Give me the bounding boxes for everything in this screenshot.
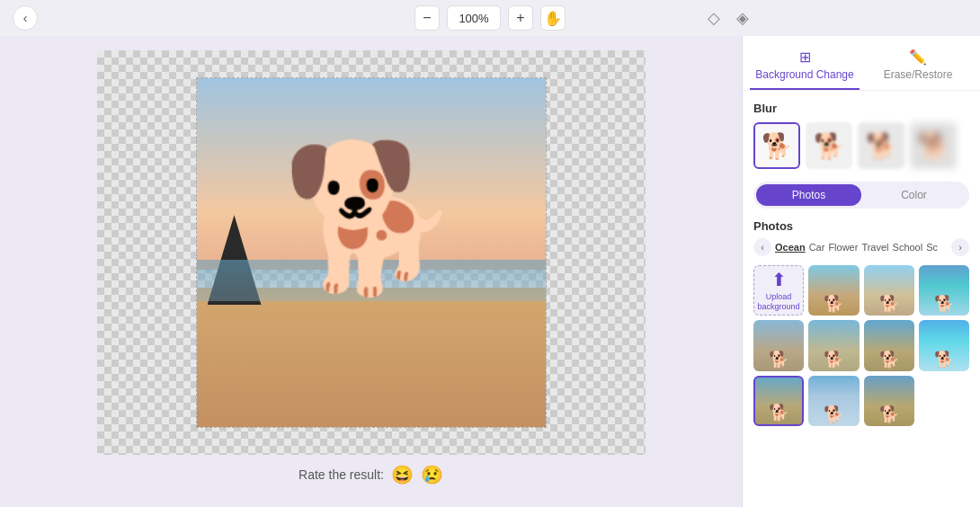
panel-tabs: ⊞ Background Change ✏️ Erase/Restore xyxy=(743,36,980,91)
dog-thumb-9: 🐕 xyxy=(824,405,843,424)
blur-row: 🐕 🐕 🐕 🐕 xyxy=(753,122,969,169)
hand-tool-button[interactable]: ✋ xyxy=(540,5,566,31)
blur-thumb-1[interactable]: 🐕 xyxy=(806,122,852,169)
main-area: 🐕 Rate the result: 😆 😢 ⊞ Background Chan… xyxy=(0,36,980,507)
cat-travel[interactable]: Travel xyxy=(861,240,888,254)
cat-next-button[interactable]: › xyxy=(951,238,969,256)
dog-thumb-7: 🐕 xyxy=(934,350,954,369)
photo-grid: ⬆ Upload background 🐕 🐕 🐕 🐕 xyxy=(753,265,969,426)
blur-dog-2: 🐕 xyxy=(860,124,903,167)
dog-thumb-3: 🐕 xyxy=(934,294,954,314)
undo-button[interactable]: ◇ xyxy=(701,5,726,31)
photo-thumb-2[interactable]: 🐕 xyxy=(864,265,914,316)
blur-thumb-0[interactable]: 🐕 xyxy=(753,122,800,169)
photo-thumb-4[interactable]: 🐕 xyxy=(753,320,804,370)
blur-dog-0: 🐕 xyxy=(755,124,798,167)
sad-emoji[interactable]: 😢 xyxy=(421,464,443,485)
panel-content: Blur 🐕 🐕 🐕 🐕 Photos Color xyxy=(743,91,980,507)
blur-thumb-2[interactable]: 🐕 xyxy=(858,122,904,169)
blur-dog-3: 🐕 xyxy=(912,124,955,167)
dog-thumb-1: 🐕 xyxy=(824,294,843,314)
redo-button[interactable]: ◈ xyxy=(730,5,755,31)
dog-thumb-2: 🐕 xyxy=(879,294,899,314)
photo-thumb-8[interactable]: 🐕 xyxy=(753,376,804,426)
dog-thumb-10: 🐕 xyxy=(879,405,899,424)
photo-thumb-9[interactable]: 🐕 xyxy=(808,376,859,426)
photos-title: Photos xyxy=(753,219,969,233)
upload-background-button[interactable]: ⬆ Upload background xyxy=(753,265,804,316)
canvas-container[interactable]: 🐕 xyxy=(97,50,646,455)
canvas-area: 🐕 Rate the result: 😆 😢 xyxy=(0,36,742,507)
color-toggle[interactable]: Color xyxy=(861,184,967,206)
tab-erase-label: Erase/Restore xyxy=(884,68,953,81)
toolbar: ‹ − 100% + ✋ ◇ ◈ xyxy=(0,0,980,36)
cat-sc[interactable]: Sc xyxy=(926,240,938,254)
cat-flower[interactable]: Flower xyxy=(828,240,858,254)
photo-thumb-1[interactable]: 🐕 xyxy=(808,265,859,316)
rate-bar: Rate the result: 😆 😢 xyxy=(298,455,443,493)
blur-dog-1: 🐕 xyxy=(807,124,851,167)
bg-change-icon: ⊞ xyxy=(799,49,811,66)
dog-thumb-8: 🐕 xyxy=(769,403,788,422)
cat-ocean[interactable]: Ocean xyxy=(775,240,806,254)
photo-thumb-5[interactable]: 🐕 xyxy=(808,320,859,370)
photos-toggle[interactable]: Photos xyxy=(756,184,861,206)
toggle-row: Photos Color xyxy=(753,182,969,209)
right-panel: ⊞ Background Change ✏️ Erase/Restore Blu… xyxy=(742,36,980,507)
tab-background-change[interactable]: ⊞ Background Change xyxy=(750,43,860,90)
tab-erase-restore[interactable]: ✏️ Erase/Restore xyxy=(863,43,973,90)
photo-thumb-6[interactable]: 🐕 xyxy=(864,320,914,370)
photo-thumb-7[interactable]: 🐕 xyxy=(919,320,969,370)
cat-car[interactable]: Car xyxy=(809,240,825,254)
photo-thumb-3[interactable]: 🐕 xyxy=(919,265,969,316)
blur-title: Blur xyxy=(753,102,969,115)
blur-thumb-3[interactable]: 🐕 xyxy=(910,122,957,169)
cat-prev-button[interactable]: ‹ xyxy=(753,238,771,256)
zoom-minus-button[interactable]: − xyxy=(414,5,440,31)
cat-school[interactable]: School xyxy=(893,240,923,254)
happy-emoji[interactable]: 😆 xyxy=(391,464,414,485)
tab-bg-label: Background Change xyxy=(755,68,853,81)
zoom-plus-button[interactable]: + xyxy=(508,5,533,31)
dog-image: 🐕 xyxy=(272,97,470,340)
dog-thumb-5: 🐕 xyxy=(824,350,843,369)
cat-tags: Ocean Car Flower Travel School Sc xyxy=(775,240,948,254)
photo-thumb-10[interactable]: 🐕 xyxy=(864,376,914,426)
dog-thumb-4: 🐕 xyxy=(769,350,788,369)
rate-label: Rate the result: xyxy=(298,467,384,482)
upload-label: Upload background xyxy=(754,292,803,312)
canvas-image: 🐕 xyxy=(196,77,547,428)
back-button[interactable]: ‹ xyxy=(13,5,38,31)
zoom-value: 100% xyxy=(447,5,501,31)
erase-icon: ✏️ xyxy=(909,49,927,66)
dog-thumb-6: 🐕 xyxy=(879,350,899,369)
upload-icon: ⬆ xyxy=(771,269,787,290)
category-row: ‹ Ocean Car Flower Travel School Sc › xyxy=(753,238,969,256)
